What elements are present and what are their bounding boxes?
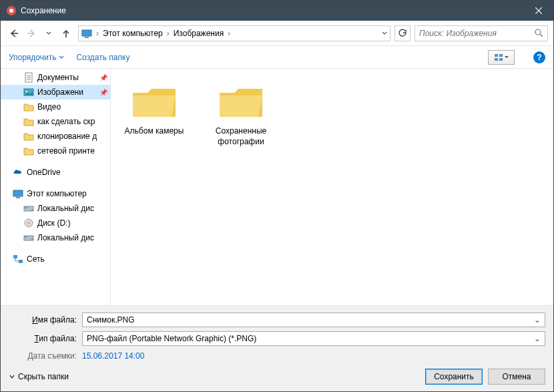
sidebar-item[interactable]: Диск (D:) [1, 216, 110, 230]
arrow-up-icon [61, 29, 71, 38]
help-button[interactable]: ? [533, 51, 545, 63]
pin-icon: 📌 [99, 74, 110, 81]
chevron-down-icon [505, 56, 509, 59]
cancel-button[interactable]: Отмена [488, 369, 545, 385]
disk-icon [23, 232, 34, 243]
svg-rect-21 [13, 190, 23, 196]
sidebar-item[interactable]: Изображени📌 [1, 85, 110, 100]
img-icon [23, 87, 34, 97]
refresh-icon [398, 29, 407, 38]
sidebar-item[interactable]: клонирование д [1, 129, 110, 144]
svg-point-1 [9, 9, 13, 13]
arrow-right-icon [27, 29, 36, 38]
toolbar: Упорядочить Создать папку ? [1, 46, 553, 69]
breadcrumb[interactable]: › Этот компьютер › Изображения › [78, 25, 390, 41]
svg-point-9 [535, 29, 541, 35]
sidebar-onedrive[interactable]: OneDrive [1, 165, 110, 180]
search-icon[interactable] [535, 29, 543, 37]
filename-label: Имя файла: [9, 315, 82, 325]
svg-rect-7 [82, 30, 91, 36]
arrow-left-icon [9, 29, 19, 38]
up-button[interactable] [58, 25, 74, 41]
breadcrumb-item[interactable]: Изображения [171, 29, 226, 38]
disk-icon [23, 203, 34, 214]
pc-icon [81, 28, 92, 39]
refresh-button[interactable] [394, 25, 410, 41]
sidebar-item-label: клонирование д [37, 132, 97, 141]
network-icon [13, 254, 23, 264]
forward-button[interactable] [23, 25, 39, 41]
close-button[interactable] [523, 1, 553, 21]
new-folder-button[interactable]: Создать папку [76, 53, 129, 62]
sidebar-item-label: Диск (D:) [37, 218, 70, 228]
svg-point-25 [31, 209, 33, 210]
sidebar-item[interactable]: Локальный дис [1, 201, 110, 216]
close-icon [535, 7, 542, 14]
breadcrumb-sep: › [166, 29, 171, 38]
search-input[interactable] [419, 29, 535, 38]
titlebar: Сохранение [1, 1, 553, 21]
view-icon [494, 53, 503, 61]
onedrive-icon [13, 167, 23, 178]
sidebar-item[interactable]: Видео [1, 100, 110, 114]
folder-label: Сохраненные фотографии [207, 126, 275, 147]
back-button[interactable] [6, 25, 22, 41]
filename-input[interactable]: Снимок.PNG ⌄ [82, 313, 545, 327]
breadcrumb-dropdown[interactable] [382, 31, 387, 36]
sidebar-item-label: Локальный дис [37, 233, 94, 242]
breadcrumb-sep: › [95, 29, 100, 38]
sidebar-this-pc[interactable]: Этот компьютер [1, 186, 110, 201]
organize-button[interactable]: Упорядочить [9, 53, 64, 62]
chevron-down-icon [9, 373, 15, 380]
hide-folders-button[interactable]: Скрыть папки [9, 372, 69, 381]
sidebar-item-label: как сделать скр [37, 117, 95, 126]
window-title: Сохранение [21, 6, 66, 15]
sidebar-network[interactable]: Сеть [1, 252, 110, 266]
folder-item[interactable]: Альбом камеры [117, 81, 191, 140]
breadcrumb-item[interactable]: Этот компьютер [100, 29, 166, 38]
folder-icon [23, 131, 34, 142]
view-options-button[interactable] [488, 50, 515, 65]
sidebar-item-label: Изображени [37, 87, 83, 97]
sidebar-item[interactable]: сетевой принте [1, 144, 110, 158]
chevron-down-icon[interactable]: ⌄ [534, 334, 541, 343]
search-box[interactable] [414, 25, 548, 41]
sidebar-item-label: Видео [37, 102, 61, 112]
sidebar-item-label: Документы [37, 73, 79, 82]
content-area[interactable]: Альбом камерыСохраненные фотографии [111, 69, 553, 305]
sidebar: Документы📌Изображени📌Видеокак сделать ск… [1, 69, 111, 305]
save-button[interactable]: Сохранить [425, 369, 483, 385]
svg-rect-29 [25, 236, 27, 238]
folder-icon [130, 83, 178, 122]
svg-rect-8 [85, 37, 89, 38]
sidebar-item[interactable]: как сделать скр [1, 114, 110, 129]
folder-item[interactable]: Сохраненные фотографии [204, 81, 278, 150]
svg-rect-12 [499, 54, 503, 57]
chevron-down-icon [46, 31, 51, 36]
svg-rect-22 [16, 197, 20, 198]
sidebar-item[interactable]: Локальный дис [1, 230, 110, 245]
chevron-down-icon[interactable]: ⌄ [534, 315, 541, 325]
filetype-select[interactable]: PNG-файл (Portable Network Graphic) (*.P… [82, 331, 545, 346]
svg-point-20 [26, 91, 28, 93]
chevron-down-icon [59, 55, 64, 59]
app-icon [6, 5, 17, 16]
footer: Имя файла: Снимок.PNG ⌄ Тип файла: PNG-ф… [1, 305, 553, 391]
folder-icon [217, 83, 265, 122]
navbar: › Этот компьютер › Изображения › [1, 21, 553, 46]
svg-rect-24 [25, 207, 27, 208]
sidebar-item-label: сетевой принте [37, 146, 95, 156]
date-label: Дата съемки: [9, 351, 82, 361]
recent-dropdown[interactable] [41, 25, 57, 41]
svg-point-30 [31, 238, 33, 240]
svg-rect-11 [495, 54, 498, 57]
svg-rect-13 [495, 58, 498, 61]
svg-rect-31 [13, 255, 17, 258]
filetype-label: Тип файла: [9, 334, 82, 343]
svg-point-27 [28, 222, 30, 224]
pin-icon: 📌 [99, 89, 110, 96]
folder-icon [23, 102, 34, 112]
sidebar-item[interactable]: Документы📌 [1, 70, 110, 85]
date-value[interactable]: 15.06.2017 14:00 [82, 351, 144, 361]
breadcrumb-sep: › [226, 29, 232, 38]
